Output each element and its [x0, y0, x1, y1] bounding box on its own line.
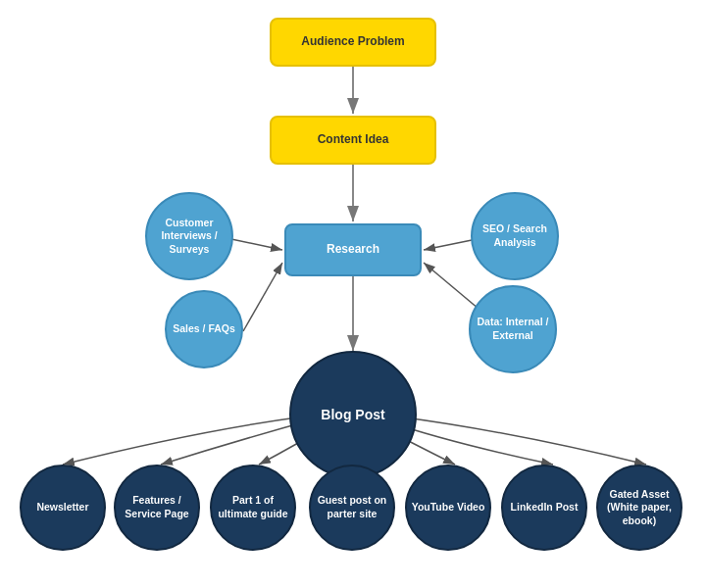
- svg-line-7: [424, 263, 479, 309]
- youtube-video-node: YouTube Video: [405, 465, 491, 551]
- research-node: Research: [284, 223, 422, 276]
- seo-search-label: SEO / Search Analysis: [473, 220, 557, 252]
- audience-problem-node: Audience Problem: [270, 18, 436, 67]
- data-internal-node: Data: Internal / External: [469, 285, 557, 373]
- diagram-container: Audience Problem Content Idea Research C…: [0, 0, 707, 588]
- svg-line-5: [243, 263, 282, 331]
- blog-post-node: Blog Post: [289, 351, 417, 478]
- blog-post-label: Blog Post: [317, 402, 388, 427]
- svg-line-4: [231, 239, 282, 250]
- linkedin-post-label: LinkedIn Post: [508, 498, 581, 517]
- features-service-label: Features / Service Page: [116, 491, 198, 523]
- content-idea-node: Content Idea: [270, 116, 436, 165]
- svg-line-6: [424, 239, 477, 250]
- data-internal-label: Data: Internal / External: [471, 313, 555, 345]
- linkedin-post-node: LinkedIn Post: [501, 465, 587, 551]
- part1-guide-node: Part 1 of ultimate guide: [210, 465, 296, 551]
- newsletter-label: Newsletter: [33, 498, 91, 517]
- research-label: Research: [323, 238, 383, 262]
- guest-post-label: Guest post on parter site: [311, 491, 393, 523]
- gated-asset-node: Gated Asset (White paper, ebook): [596, 465, 682, 551]
- youtube-video-label: YouTube Video: [409, 498, 488, 517]
- sales-faqs-label: Sales / FAQs: [170, 319, 238, 339]
- guest-post-node: Guest post on parter site: [309, 465, 395, 551]
- content-idea-label: Content Idea: [314, 128, 393, 152]
- newsletter-node: Newsletter: [20, 465, 106, 551]
- sales-faqs-node: Sales / FAQs: [165, 290, 243, 368]
- audience-problem-label: Audience Problem: [297, 30, 408, 54]
- part1-guide-label: Part 1 of ultimate guide: [212, 491, 294, 523]
- seo-search-node: SEO / Search Analysis: [471, 192, 559, 280]
- features-service-node: Features / Service Page: [114, 465, 200, 551]
- customer-interviews-node: Customer Interviews / Surveys: [145, 192, 233, 280]
- customer-interviews-label: Customer Interviews / Surveys: [147, 214, 231, 260]
- gated-asset-label: Gated Asset (White paper, ebook): [598, 485, 681, 531]
